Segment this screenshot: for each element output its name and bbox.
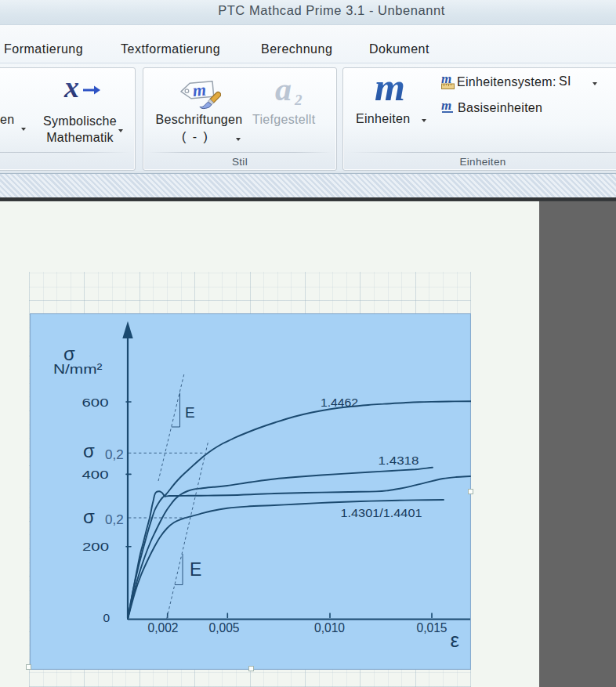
svg-text:a: a: [275, 78, 292, 107]
svg-text:N/mm²: N/mm²: [53, 362, 103, 377]
svg-text:0,015: 0,015: [417, 621, 448, 635]
svg-text:0: 0: [103, 611, 110, 624]
svg-text:400: 400: [82, 468, 109, 481]
svg-text:0,2: 0,2: [105, 447, 124, 462]
svg-text:m: m: [441, 99, 451, 113]
svg-text:0,010: 0,010: [314, 621, 345, 635]
svg-text:2: 2: [294, 92, 303, 108]
svg-text:m: m: [375, 78, 405, 106]
svg-text:200: 200: [82, 540, 109, 553]
svg-text:0,002: 0,002: [148, 621, 179, 635]
svg-text:ε: ε: [451, 628, 460, 652]
svg-text:1.4301/1.4401: 1.4301/1.4401: [341, 506, 422, 519]
svg-text:1.4462: 1.4462: [321, 396, 358, 409]
svg-text:m: m: [192, 80, 207, 100]
svg-text:1.4318: 1.4318: [379, 454, 419, 467]
svg-text:0,2: 0,2: [105, 512, 124, 527]
svg-text:x: x: [63, 79, 79, 103]
svg-text:E: E: [185, 404, 195, 421]
svg-text:σ: σ: [83, 440, 95, 461]
svg-text:σ: σ: [63, 343, 75, 364]
svg-text:600: 600: [82, 396, 109, 409]
svg-text:E: E: [190, 559, 201, 580]
svg-text:σ: σ: [83, 506, 95, 527]
svg-text:0,005: 0,005: [209, 621, 240, 635]
